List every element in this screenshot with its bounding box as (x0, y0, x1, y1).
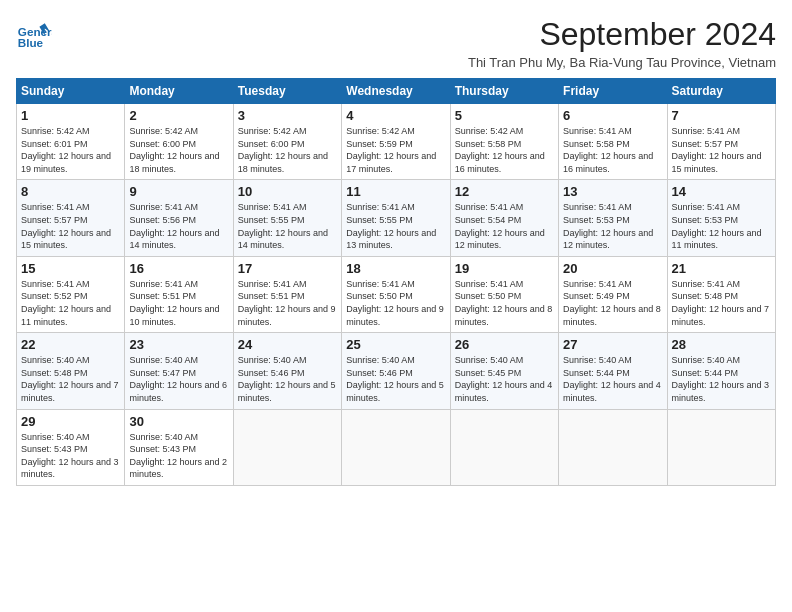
calendar-cell: 29 Sunrise: 5:40 AM Sunset: 5:43 PM Dayl… (17, 409, 125, 485)
calendar-cell: 14 Sunrise: 5:41 AM Sunset: 5:53 PM Dayl… (667, 180, 775, 256)
day-info: Sunrise: 5:42 AM Sunset: 6:01 PM Dayligh… (21, 125, 120, 175)
weekday-header-row: SundayMondayTuesdayWednesdayThursdayFrid… (17, 79, 776, 104)
calendar-cell: 20 Sunrise: 5:41 AM Sunset: 5:49 PM Dayl… (559, 256, 667, 332)
calendar-week-5: 29 Sunrise: 5:40 AM Sunset: 5:43 PM Dayl… (17, 409, 776, 485)
day-number: 1 (21, 108, 120, 123)
day-number: 15 (21, 261, 120, 276)
calendar-week-3: 15 Sunrise: 5:41 AM Sunset: 5:52 PM Dayl… (17, 256, 776, 332)
calendar-cell (450, 409, 558, 485)
day-info: Sunrise: 5:40 AM Sunset: 5:43 PM Dayligh… (129, 431, 228, 481)
location-subtitle: Thi Tran Phu My, Ba Ria-Vung Tau Provinc… (468, 55, 776, 70)
calendar-cell: 1 Sunrise: 5:42 AM Sunset: 6:01 PM Dayli… (17, 104, 125, 180)
calendar-cell: 24 Sunrise: 5:40 AM Sunset: 5:46 PM Dayl… (233, 333, 341, 409)
calendar-cell: 8 Sunrise: 5:41 AM Sunset: 5:57 PM Dayli… (17, 180, 125, 256)
calendar-cell: 25 Sunrise: 5:40 AM Sunset: 5:46 PM Dayl… (342, 333, 450, 409)
calendar-cell: 27 Sunrise: 5:40 AM Sunset: 5:44 PM Dayl… (559, 333, 667, 409)
day-number: 6 (563, 108, 662, 123)
calendar-week-4: 22 Sunrise: 5:40 AM Sunset: 5:48 PM Dayl… (17, 333, 776, 409)
day-info: Sunrise: 5:41 AM Sunset: 5:49 PM Dayligh… (563, 278, 662, 328)
day-info: Sunrise: 5:41 AM Sunset: 5:50 PM Dayligh… (455, 278, 554, 328)
day-info: Sunrise: 5:41 AM Sunset: 5:54 PM Dayligh… (455, 201, 554, 251)
day-info: Sunrise: 5:41 AM Sunset: 5:51 PM Dayligh… (129, 278, 228, 328)
day-info: Sunrise: 5:42 AM Sunset: 6:00 PM Dayligh… (238, 125, 337, 175)
day-info: Sunrise: 5:40 AM Sunset: 5:44 PM Dayligh… (672, 354, 771, 404)
day-info: Sunrise: 5:42 AM Sunset: 5:59 PM Dayligh… (346, 125, 445, 175)
day-info: Sunrise: 5:41 AM Sunset: 5:50 PM Dayligh… (346, 278, 445, 328)
calendar-cell: 30 Sunrise: 5:40 AM Sunset: 5:43 PM Dayl… (125, 409, 233, 485)
day-info: Sunrise: 5:41 AM Sunset: 5:58 PM Dayligh… (563, 125, 662, 175)
day-number: 24 (238, 337, 337, 352)
day-number: 14 (672, 184, 771, 199)
weekday-header-saturday: Saturday (667, 79, 775, 104)
day-number: 22 (21, 337, 120, 352)
day-info: Sunrise: 5:41 AM Sunset: 5:57 PM Dayligh… (21, 201, 120, 251)
day-info: Sunrise: 5:41 AM Sunset: 5:53 PM Dayligh… (672, 201, 771, 251)
calendar-cell (559, 409, 667, 485)
day-info: Sunrise: 5:40 AM Sunset: 5:43 PM Dayligh… (21, 431, 120, 481)
day-number: 29 (21, 414, 120, 429)
day-info: Sunrise: 5:41 AM Sunset: 5:48 PM Dayligh… (672, 278, 771, 328)
calendar-cell: 6 Sunrise: 5:41 AM Sunset: 5:58 PM Dayli… (559, 104, 667, 180)
day-number: 16 (129, 261, 228, 276)
month-title: September 2024 (468, 16, 776, 53)
day-number: 11 (346, 184, 445, 199)
page-header: General Blue September 2024 Thi Tran Phu… (16, 16, 776, 70)
calendar-cell: 22 Sunrise: 5:40 AM Sunset: 5:48 PM Dayl… (17, 333, 125, 409)
day-number: 7 (672, 108, 771, 123)
day-number: 12 (455, 184, 554, 199)
day-info: Sunrise: 5:40 AM Sunset: 5:46 PM Dayligh… (346, 354, 445, 404)
calendar-cell: 18 Sunrise: 5:41 AM Sunset: 5:50 PM Dayl… (342, 256, 450, 332)
day-number: 23 (129, 337, 228, 352)
day-number: 10 (238, 184, 337, 199)
calendar-cell: 4 Sunrise: 5:42 AM Sunset: 5:59 PM Dayli… (342, 104, 450, 180)
day-number: 13 (563, 184, 662, 199)
calendar-table: SundayMondayTuesdayWednesdayThursdayFrid… (16, 78, 776, 486)
day-number: 20 (563, 261, 662, 276)
calendar-cell: 10 Sunrise: 5:41 AM Sunset: 5:55 PM Dayl… (233, 180, 341, 256)
calendar-cell: 7 Sunrise: 5:41 AM Sunset: 5:57 PM Dayli… (667, 104, 775, 180)
day-info: Sunrise: 5:41 AM Sunset: 5:55 PM Dayligh… (346, 201, 445, 251)
day-number: 5 (455, 108, 554, 123)
day-number: 3 (238, 108, 337, 123)
day-number: 8 (21, 184, 120, 199)
day-info: Sunrise: 5:42 AM Sunset: 5:58 PM Dayligh… (455, 125, 554, 175)
title-block: September 2024 Thi Tran Phu My, Ba Ria-V… (468, 16, 776, 70)
calendar-cell: 12 Sunrise: 5:41 AM Sunset: 5:54 PM Dayl… (450, 180, 558, 256)
weekday-header-wednesday: Wednesday (342, 79, 450, 104)
calendar-cell: 9 Sunrise: 5:41 AM Sunset: 5:56 PM Dayli… (125, 180, 233, 256)
day-info: Sunrise: 5:41 AM Sunset: 5:53 PM Dayligh… (563, 201, 662, 251)
calendar-cell: 11 Sunrise: 5:41 AM Sunset: 5:55 PM Dayl… (342, 180, 450, 256)
day-number: 27 (563, 337, 662, 352)
calendar-cell (233, 409, 341, 485)
calendar-cell: 21 Sunrise: 5:41 AM Sunset: 5:48 PM Dayl… (667, 256, 775, 332)
day-info: Sunrise: 5:40 AM Sunset: 5:48 PM Dayligh… (21, 354, 120, 404)
calendar-cell: 2 Sunrise: 5:42 AM Sunset: 6:00 PM Dayli… (125, 104, 233, 180)
day-number: 21 (672, 261, 771, 276)
weekday-header-friday: Friday (559, 79, 667, 104)
day-info: Sunrise: 5:40 AM Sunset: 5:45 PM Dayligh… (455, 354, 554, 404)
logo-icon: General Blue (16, 16, 52, 52)
day-info: Sunrise: 5:42 AM Sunset: 6:00 PM Dayligh… (129, 125, 228, 175)
day-number: 4 (346, 108, 445, 123)
day-info: Sunrise: 5:41 AM Sunset: 5:56 PM Dayligh… (129, 201, 228, 251)
day-number: 18 (346, 261, 445, 276)
calendar-week-2: 8 Sunrise: 5:41 AM Sunset: 5:57 PM Dayli… (17, 180, 776, 256)
calendar-cell: 26 Sunrise: 5:40 AM Sunset: 5:45 PM Dayl… (450, 333, 558, 409)
weekday-header-thursday: Thursday (450, 79, 558, 104)
day-info: Sunrise: 5:40 AM Sunset: 5:44 PM Dayligh… (563, 354, 662, 404)
calendar-cell: 16 Sunrise: 5:41 AM Sunset: 5:51 PM Dayl… (125, 256, 233, 332)
calendar-cell: 17 Sunrise: 5:41 AM Sunset: 5:51 PM Dayl… (233, 256, 341, 332)
weekday-header-monday: Monday (125, 79, 233, 104)
weekday-header-sunday: Sunday (17, 79, 125, 104)
day-info: Sunrise: 5:40 AM Sunset: 5:47 PM Dayligh… (129, 354, 228, 404)
weekday-header-tuesday: Tuesday (233, 79, 341, 104)
calendar-cell: 3 Sunrise: 5:42 AM Sunset: 6:00 PM Dayli… (233, 104, 341, 180)
day-number: 17 (238, 261, 337, 276)
day-info: Sunrise: 5:41 AM Sunset: 5:52 PM Dayligh… (21, 278, 120, 328)
day-number: 9 (129, 184, 228, 199)
day-info: Sunrise: 5:41 AM Sunset: 5:57 PM Dayligh… (672, 125, 771, 175)
day-number: 26 (455, 337, 554, 352)
day-number: 19 (455, 261, 554, 276)
day-number: 2 (129, 108, 228, 123)
calendar-cell: 15 Sunrise: 5:41 AM Sunset: 5:52 PM Dayl… (17, 256, 125, 332)
